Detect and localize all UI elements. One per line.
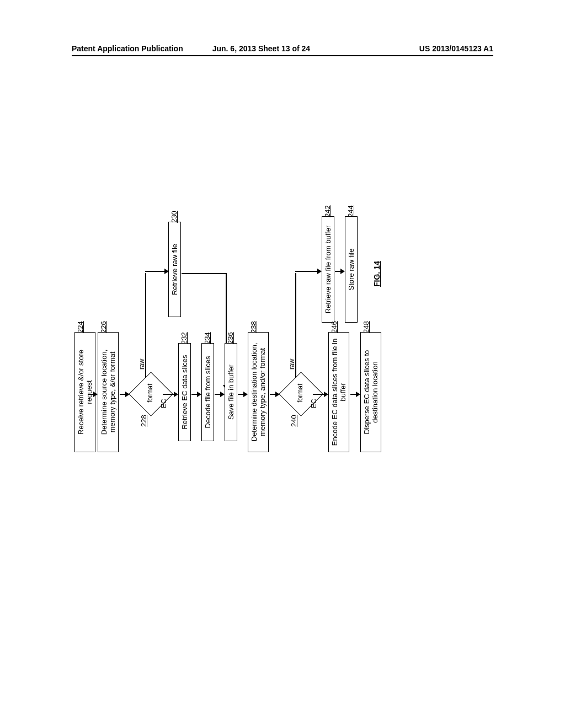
- ref-224: 224: [76, 321, 84, 333]
- box-234: Decode file from slices: [201, 343, 214, 441]
- ref-236: 236: [226, 332, 234, 344]
- box-232: Retrieve EC data slices: [178, 343, 191, 441]
- ref-226: 226: [99, 321, 108, 333]
- box-226: Determine source location, memory type, …: [98, 332, 119, 452]
- diamond-228-label: format: [146, 378, 154, 408]
- box-242-text: Retrieve raw file from buffer: [324, 226, 332, 313]
- ref-240: 240: [290, 415, 298, 427]
- diamond-228-left: EC: [160, 399, 168, 408]
- ref-228: 228: [140, 415, 148, 427]
- box-248-text: Disperse EC data slices to destination l…: [363, 350, 379, 434]
- ref-248: 248: [362, 321, 370, 333]
- box-230-text: Retrieve raw file: [170, 244, 179, 295]
- box-242: Retrieve raw file from buffer: [322, 216, 334, 323]
- box-230: Retrieve raw file: [168, 222, 181, 317]
- diamond-240-label: format: [296, 378, 304, 408]
- diamond-240-right: raw: [288, 359, 296, 370]
- box-244-text: Store raw file: [347, 249, 355, 291]
- ref-232: 232: [180, 332, 188, 344]
- header-center: Jun. 6, 2013 Sheet 13 of 24: [212, 44, 353, 53]
- box-236-text: Save file in buffer: [227, 365, 235, 420]
- flowchart-figure: Receive retrieve &/or store request 224 …: [74, 212, 505, 516]
- box-246: Encode EC data slices from file in buffe…: [328, 332, 349, 452]
- box-238: Determine destination location, memory t…: [248, 332, 269, 452]
- box-238-text: Determine destination location, memory t…: [250, 343, 266, 442]
- diamond-240-left: EC: [310, 399, 318, 408]
- page-header: Patent Application Publication Jun. 6, 2…: [72, 44, 493, 56]
- box-244: Store raw file: [345, 216, 358, 323]
- ref-246: 246: [330, 321, 338, 333]
- box-232-text: Retrieve EC data slices: [180, 355, 189, 429]
- box-236: Save file in buffer: [225, 343, 237, 441]
- box-226-text: Determine source location, memory type, …: [100, 350, 116, 435]
- ref-238: 238: [249, 321, 258, 333]
- ref-242: 242: [323, 205, 332, 217]
- box-246-text: Encode EC data slices from file in buffe…: [331, 339, 347, 446]
- diamond-228-right: raw: [138, 359, 146, 370]
- box-248: Disperse EC data slices to destination l…: [360, 332, 381, 452]
- header-left: Patent Application Publication: [72, 44, 212, 53]
- box-234-text: Decode file from slices: [204, 356, 212, 429]
- ref-230: 230: [170, 211, 178, 223]
- header-right: US 2013/0145123 A1: [353, 44, 493, 53]
- ref-234: 234: [203, 332, 211, 344]
- figure-label: FIG. 14: [372, 261, 381, 287]
- ref-244: 244: [347, 205, 355, 217]
